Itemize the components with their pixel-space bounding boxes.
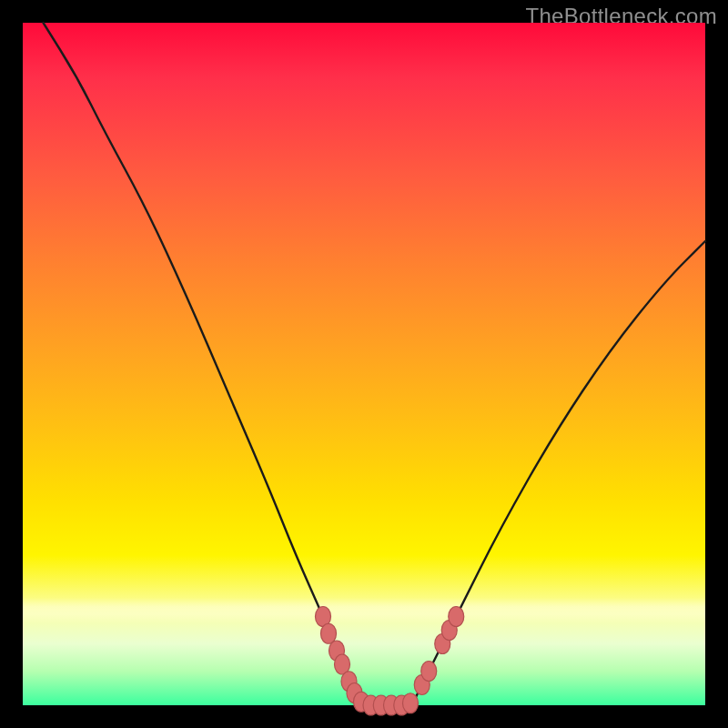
marker-group <box>316 607 464 716</box>
plot-area <box>23 23 705 705</box>
curve-left <box>44 23 358 705</box>
curve-marker <box>421 662 437 682</box>
curve-layer <box>23 23 705 705</box>
curve-marker <box>403 693 419 713</box>
chart-stage: TheBottleneck.com <box>0 0 728 728</box>
curve-marker <box>449 607 464 627</box>
curve-marker <box>321 623 337 643</box>
